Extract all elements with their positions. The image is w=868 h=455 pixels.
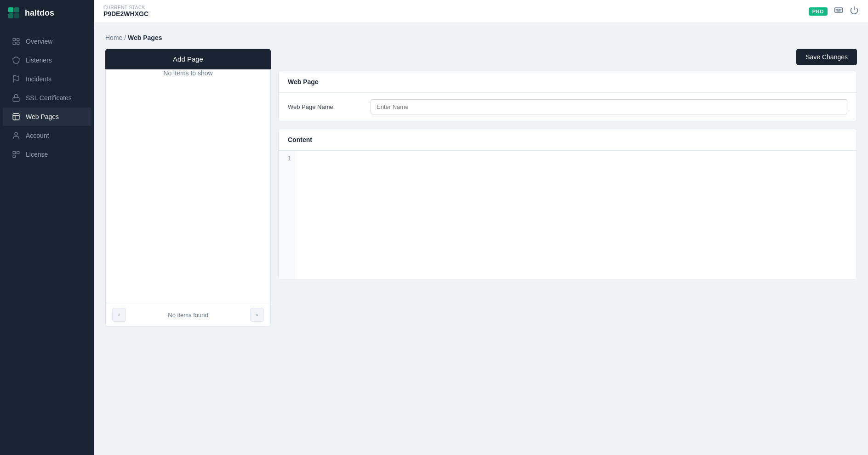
line-numbers: 1 <box>279 151 295 279</box>
svg-rect-14 <box>13 151 15 154</box>
license-icon <box>12 150 20 159</box>
breadcrumb-current: Web Pages <box>128 34 162 41</box>
web-page-card-title: Web Page <box>288 78 319 85</box>
web-page-name-row: Web Page Name <box>279 93 857 121</box>
shield-icon <box>12 56 20 64</box>
svg-rect-9 <box>13 97 19 101</box>
no-items-text: No items to show <box>163 69 212 77</box>
save-changes-row: Save Changes <box>278 49 857 65</box>
flag-icon <box>12 75 20 83</box>
sidebar-item-overview[interactable]: Overview <box>3 32 91 51</box>
breadcrumb-separator: / <box>124 34 128 41</box>
sidebar-item-label: SSL Certificates <box>26 94 72 102</box>
pro-badge: PRO <box>809 7 828 16</box>
topbar: Current Stack P9DE2WHXGC PRO <box>94 0 868 23</box>
svg-rect-5 <box>17 38 19 40</box>
sidebar-item-label: Overview <box>26 38 52 45</box>
sidebar-item-label: Account <box>26 132 49 139</box>
web-page-card-header: Web Page <box>279 71 857 93</box>
logo-icon <box>7 6 20 19</box>
svg-rect-15 <box>17 151 19 154</box>
svg-rect-17 <box>835 8 843 12</box>
svg-rect-0 <box>8 7 13 12</box>
topbar-right: PRO <box>809 6 859 17</box>
save-changes-button[interactable]: Save Changes <box>796 49 857 65</box>
main-container: Current Stack P9DE2WHXGC PRO <box>94 0 868 455</box>
sidebar-item-label: License <box>26 151 48 158</box>
svg-rect-10 <box>13 114 19 120</box>
sidebar-item-incidents[interactable]: Incidents <box>3 70 91 88</box>
add-page-button[interactable]: Add Page <box>105 49 271 69</box>
svg-rect-16 <box>13 155 15 158</box>
layout-icon <box>12 113 20 121</box>
sidebar-item-label: Incidents <box>26 75 51 83</box>
page-layout: Add Page No items to show ‹ No items fou… <box>105 49 857 444</box>
sidebar: haltdos Overview Listeners Incidents <box>0 0 94 455</box>
content-card-title: Content <box>288 136 312 143</box>
svg-point-13 <box>15 132 17 135</box>
content-card-header: Content <box>279 129 857 151</box>
svg-rect-3 <box>14 13 19 18</box>
svg-rect-1 <box>14 7 19 12</box>
power-icon[interactable] <box>850 6 859 17</box>
pagination-prev-button[interactable]: ‹ <box>112 308 126 322</box>
user-icon <box>12 131 20 140</box>
sidebar-item-ssl-certificates[interactable]: SSL Certificates <box>3 89 91 107</box>
logo-text: haltdos <box>25 8 54 18</box>
stack-id: P9DE2WHXGC <box>103 10 148 17</box>
svg-rect-6 <box>13 42 15 45</box>
line-number-1: 1 <box>288 155 291 162</box>
sidebar-item-web-pages[interactable]: Web Pages <box>3 108 91 126</box>
web-page-name-label: Web Page Name <box>288 103 361 110</box>
breadcrumb-home: Home <box>105 34 122 41</box>
pagination-next-button[interactable]: › <box>250 308 264 322</box>
keyboard-icon[interactable] <box>834 6 843 17</box>
pagination-no-items-found: No items found <box>168 312 208 318</box>
breadcrumb: Home / Web Pages <box>105 34 857 41</box>
svg-rect-7 <box>17 42 19 45</box>
content-area: Home / Web Pages Add Page No items to sh… <box>94 23 868 455</box>
sidebar-item-account[interactable]: Account <box>3 126 91 145</box>
current-stack-label: Current Stack <box>103 5 148 10</box>
pages-list: No items to show ‹ No items found › <box>105 69 271 327</box>
svg-rect-4 <box>13 38 15 40</box>
content-card: Content 1 <box>278 129 857 280</box>
sidebar-item-label: Listeners <box>26 57 52 64</box>
grid-icon <box>12 37 20 46</box>
code-editor: 1 <box>279 151 857 279</box>
sidebar-item-listeners[interactable]: Listeners <box>3 51 91 69</box>
left-panel: Add Page No items to show ‹ No items fou… <box>105 49 271 327</box>
web-page-name-input[interactable] <box>371 99 847 114</box>
svg-rect-2 <box>8 13 13 18</box>
lock-icon <box>12 94 20 102</box>
web-page-card: Web Page Web Page Name <box>278 71 857 121</box>
sidebar-nav: Overview Listeners Incidents SSL Certifi… <box>0 26 94 455</box>
right-panel: Save Changes Web Page Web Page Name Cont <box>278 49 857 280</box>
code-textarea[interactable] <box>295 151 857 279</box>
sidebar-item-label: Web Pages <box>26 113 59 120</box>
sidebar-item-license[interactable]: License <box>3 145 91 164</box>
pagination: ‹ No items found › <box>106 303 270 326</box>
topbar-stack-info: Current Stack P9DE2WHXGC <box>103 5 148 17</box>
sidebar-header: haltdos <box>0 0 94 26</box>
